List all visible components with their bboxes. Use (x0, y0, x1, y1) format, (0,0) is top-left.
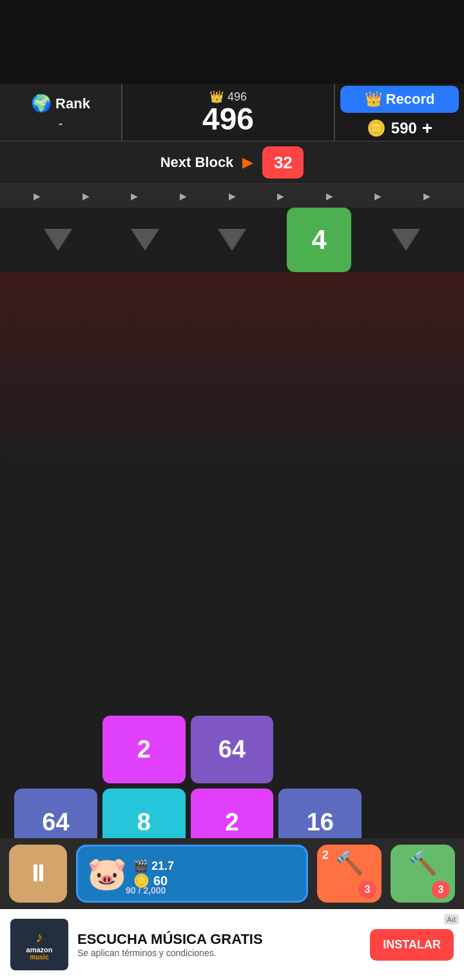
cell-3-4[interactable] (278, 424, 362, 492)
col-indicator-4: ▶ (159, 191, 208, 201)
rank-text: Rank (55, 95, 90, 112)
play-arrow-4: ▶ (180, 191, 187, 201)
tool-1-icon: 🔨 (335, 850, 364, 877)
cell-6-4[interactable] (278, 643, 362, 710)
piggy-card[interactable]: 🐷 🎬 21.7 🪙 60 90 / 2,000 (76, 845, 308, 903)
cell-2-1[interactable] (14, 351, 97, 419)
cell-1-4[interactable] (278, 279, 362, 346)
cell-3-1[interactable] (14, 424, 97, 492)
cell-7-1[interactable] (14, 716, 97, 783)
rank-dash: - (59, 116, 63, 131)
cell-1-1[interactable] (14, 279, 97, 346)
play-arrow-9: ▶ (423, 191, 430, 201)
cell-5-4[interactable] (278, 570, 362, 638)
pause-icon: ⏸ (26, 860, 50, 887)
cell-4-5[interactable] (367, 497, 450, 565)
install-button[interactable]: INSTALAR (370, 929, 454, 961)
drop-col-2[interactable] (101, 229, 188, 251)
coin-icon: 🪙 (367, 119, 386, 137)
col-indicator-3: ▶ (110, 191, 159, 201)
tool-2-icon: 🔨 (409, 850, 438, 877)
cell-1-3[interactable] (191, 279, 274, 346)
piggy-progress: 90 / 2,000 (126, 885, 297, 896)
col-indicator-2: ▶ (62, 191, 111, 201)
ad-label: Ad (444, 914, 459, 925)
amazon-smile-icon: ♪ (36, 929, 43, 946)
drop-col-5[interactable] (363, 229, 450, 251)
next-block-label: Next Block (160, 154, 234, 171)
cell-5-3[interactable] (191, 570, 274, 638)
tool-1-badge: 3 (358, 881, 376, 899)
drop-col-1[interactable] (14, 229, 101, 251)
plus-button[interactable]: + (422, 118, 432, 139)
record-label: Record (386, 91, 435, 108)
ad-text: ESCUCHA MÚSICA GRATIS Se aplican término… (77, 931, 361, 958)
cell-4-2[interactable] (102, 497, 186, 565)
col-indicator-7: ▶ (305, 191, 354, 201)
play-arrow-6: ▶ (277, 191, 284, 201)
column-indicators: ▶ ▶ ▶ ▶ ▶ ▶ ▶ ▶ ▶ (0, 184, 464, 208)
cell-1-2[interactable] (102, 279, 186, 346)
record-button[interactable]: 👑 Record (340, 86, 459, 113)
cell-3-5[interactable] (367, 424, 450, 492)
next-block-bar: Next Block ▶ 32 (0, 142, 464, 184)
cell-6-3[interactable] (191, 643, 274, 710)
cell-4-3[interactable] (191, 497, 274, 565)
piggy-icon: 🐷 (87, 855, 127, 892)
cell-6-2[interactable] (102, 643, 186, 710)
cell-4-1[interactable] (14, 497, 97, 565)
drop-col-3[interactable] (188, 229, 275, 251)
drop-col-4[interactable]: 4 (276, 208, 363, 272)
cell-7-3[interactable]: 64 (191, 716, 274, 783)
cell-5-1[interactable] (14, 570, 97, 638)
coins-value: 590 (391, 119, 417, 137)
header: 🌍 Rank - 👑 496 496 👑 Record 🪙 590 + (0, 84, 464, 142)
play-arrow-8: ▶ (374, 191, 382, 201)
cell-2-4[interactable] (278, 351, 362, 419)
ad-subtitle: Se aplican términos y condiciones. (77, 948, 361, 958)
cell-7-2[interactable]: 2 (102, 716, 186, 783)
cell-3-3[interactable] (191, 424, 274, 492)
rank-section: 🌍 Rank - (0, 84, 122, 141)
next-block-arrow: ▶ (242, 154, 253, 171)
cell-6-5[interactable] (367, 643, 450, 710)
cell-3-2[interactable] (102, 424, 186, 492)
piggy-info: 🎬 21.7 🪙 60 90 / 2,000 (133, 859, 174, 888)
record-section: 👑 Record 🪙 590 + (335, 84, 464, 141)
cell-6-1[interactable] (14, 643, 97, 710)
cell-2-5[interactable] (367, 351, 450, 419)
col-indicator-9: ▶ (403, 191, 452, 201)
col-indicator-5: ▶ (208, 191, 256, 201)
amazon-logo: ♪ amazon music (10, 919, 68, 970)
cell-1-5[interactable] (367, 279, 450, 346)
drop-triangle-2 (131, 229, 159, 251)
drop-row: 4 (0, 208, 464, 272)
cell-7-4[interactable] (278, 716, 362, 783)
cell-4-4[interactable] (278, 497, 362, 565)
play-arrow-2: ▶ (82, 191, 90, 201)
cell-5-5[interactable] (367, 570, 450, 638)
next-block-value: 32 (262, 146, 304, 179)
pause-button[interactable]: ⏸ (9, 845, 67, 903)
tool-1-number: 2 (322, 848, 329, 862)
piggy-multiplier: 21.7 (151, 859, 174, 873)
grid-row-3 (14, 424, 450, 492)
cell-5-2[interactable] (102, 570, 186, 638)
score-main: 496 (202, 104, 254, 135)
play-arrow-1: ▶ (34, 191, 41, 201)
grid-row-7: 2 64 (14, 716, 450, 783)
active-block: 4 (287, 208, 351, 272)
cell-7-5[interactable] (367, 716, 450, 783)
tool-button-1[interactable]: 🔨 2 3 (317, 845, 382, 903)
tool-button-2[interactable]: 🔨 3 (391, 845, 455, 903)
play-arrow-5: ▶ (229, 191, 236, 201)
grid-row-2 (14, 351, 450, 419)
cell-2-2[interactable] (102, 351, 186, 419)
col-indicator-1: ▶ (13, 191, 62, 201)
col-indicator-8: ▶ (354, 191, 403, 201)
play-arrow-3: ▶ (131, 191, 138, 201)
cell-2-3[interactable] (191, 351, 274, 419)
coins-row: 🪙 590 + (367, 118, 432, 139)
rank-label: 🌍 Rank (31, 93, 90, 113)
drop-triangle-1 (44, 229, 72, 251)
